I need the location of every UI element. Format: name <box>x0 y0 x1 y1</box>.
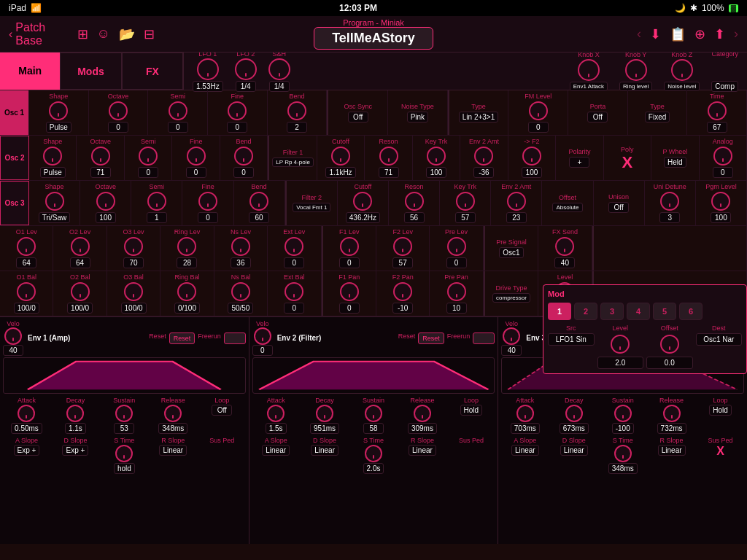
sah-knob[interactable] <box>268 58 290 80</box>
ext-bal-knob[interactable] <box>285 282 303 301</box>
env3-velo-knob[interactable] <box>503 327 520 345</box>
mod-dest-val[interactable]: Osc1 Nar <box>696 333 743 346</box>
lfo1-knob[interactable] <box>197 58 219 80</box>
osc1-shape-knob[interactable] <box>49 101 68 120</box>
mod-src-val[interactable]: LFO1 Sin <box>548 333 595 346</box>
env2-reset-btn[interactable]: Reset <box>418 332 444 344</box>
prev-icon[interactable]: ‹ <box>637 26 641 42</box>
env2-decay-knob[interactable] <box>316 405 333 422</box>
download-icon[interactable]: ⬇ <box>650 26 661 42</box>
mod-tab-6[interactable]: 6 <box>679 303 703 320</box>
env2-freerun-btn[interactable] <box>473 332 495 344</box>
pre-lev-knob[interactable] <box>447 237 466 256</box>
tab-mods[interactable]: Mods <box>60 52 121 90</box>
mod-level-knob[interactable] <box>611 335 630 354</box>
f2-keytrk-knob[interactable] <box>456 192 475 211</box>
mod-tab-1[interactable]: 1 <box>548 303 571 320</box>
next-icon[interactable]: › <box>734 26 738 42</box>
back-button[interactable]: ‹ Patch Base <box>9 21 66 47</box>
o1-lev-knob[interactable] <box>17 237 36 256</box>
f1-lev-knob[interactable] <box>340 237 359 256</box>
f2-cutoff-knob[interactable] <box>353 192 372 211</box>
mod-offset-knob[interactable] <box>660 335 679 354</box>
o2-lev-knob[interactable] <box>71 237 90 256</box>
osc1-bend-knob[interactable] <box>287 101 306 120</box>
env3-stime-knob[interactable] <box>614 445 632 462</box>
f1-cutoff-knob[interactable] <box>331 147 350 166</box>
osc1-semi-knob[interactable] <box>169 101 187 120</box>
fx-send-knob[interactable] <box>555 237 574 256</box>
osc2-fine-knob[interactable] <box>187 147 206 166</box>
f2-reson-knob[interactable] <box>405 192 424 211</box>
tab-main[interactable]: Main <box>0 52 60 90</box>
osc3-semi-knob[interactable] <box>147 192 166 211</box>
env1-stime-knob[interactable] <box>115 445 133 462</box>
compare-icon[interactable]: ⊟ <box>144 26 155 42</box>
f1-env2amt-knob[interactable] <box>474 147 493 166</box>
fm-level-knob[interactable] <box>529 101 548 120</box>
o2-bal-knob[interactable] <box>71 282 90 301</box>
env1-freerun-btn[interactable] <box>224 332 246 344</box>
analog-knob[interactable] <box>713 147 732 166</box>
osc2-semi-knob[interactable] <box>139 147 158 166</box>
save-icon[interactable]: 📂 <box>119 26 135 42</box>
env1-decay-knob[interactable] <box>66 405 84 422</box>
env1-sustain-knob[interactable] <box>115 405 133 422</box>
osc2-bend-knob[interactable] <box>234 147 253 166</box>
env1-reset-btn[interactable]: Reset <box>169 332 196 344</box>
env3-sustain-knob[interactable] <box>614 405 632 422</box>
env2-stime-knob[interactable] <box>365 445 382 462</box>
osc1-octave-knob[interactable] <box>109 101 128 120</box>
midi-icon[interactable]: ⊕ <box>694 26 705 42</box>
f1-pan-knob[interactable] <box>340 282 359 301</box>
o3-bal-knob[interactable] <box>124 282 143 301</box>
f1-reson-knob[interactable] <box>379 147 398 166</box>
ns-bal-knob[interactable] <box>231 282 250 301</box>
lfo2-knob[interactable] <box>235 58 257 80</box>
knobx-knob[interactable] <box>578 59 600 81</box>
mod-tab-3[interactable]: 3 <box>600 303 624 320</box>
osc2-shape-knob[interactable] <box>43 147 62 166</box>
env1-velo-knob[interactable] <box>4 327 22 345</box>
folder-icon[interactable]: ⊞ <box>77 26 88 42</box>
copy-icon[interactable]: 📋 <box>670 26 686 42</box>
pgm-level-knob[interactable] <box>711 192 730 211</box>
knoby-knob[interactable] <box>625 59 647 81</box>
export-icon[interactable]: ⬆ <box>714 26 725 42</box>
f1-keytrk-knob[interactable] <box>427 147 446 166</box>
pre-pan-knob[interactable] <box>447 282 466 301</box>
f2-lev-knob[interactable] <box>393 237 412 256</box>
env3-attack-knob[interactable] <box>516 405 534 422</box>
mod-tab-5[interactable]: 5 <box>653 303 676 320</box>
porta-time-knob[interactable] <box>708 101 727 120</box>
osc2-octave-knob[interactable] <box>91 147 110 166</box>
f2-pan-knob[interactable] <box>393 282 412 301</box>
osc3-shape-knob[interactable] <box>45 192 64 211</box>
f2-env2amt-knob[interactable] <box>507 192 526 211</box>
env1-attack-knob[interactable] <box>18 405 35 422</box>
env1-release-knob[interactable] <box>164 405 182 422</box>
face-icon[interactable]: ☺ <box>97 26 110 42</box>
env2-release-knob[interactable] <box>414 405 431 422</box>
env2-attack-knob[interactable] <box>267 405 285 422</box>
env2-sustain-knob[interactable] <box>365 405 382 422</box>
ring-lev-knob[interactable] <box>177 237 196 256</box>
osc3-fine-knob[interactable] <box>198 192 217 211</box>
env3-release-knob[interactable] <box>663 405 681 422</box>
o1-bal-knob[interactable] <box>17 282 36 301</box>
uni-detune-knob[interactable] <box>660 192 679 211</box>
mod-tab-2[interactable]: 2 <box>574 303 597 320</box>
mod-tab-4[interactable]: 4 <box>627 303 650 320</box>
knobz-knob[interactable] <box>671 59 693 81</box>
osc3-bend-knob[interactable] <box>249 192 268 211</box>
tab-fx[interactable]: FX <box>122 52 183 90</box>
env3-decay-knob[interactable] <box>565 405 583 422</box>
osc1-fine-knob[interactable] <box>228 101 247 120</box>
ext-lev-knob[interactable] <box>285 237 303 256</box>
ring-bal-knob[interactable] <box>177 282 196 301</box>
ns-lev-knob[interactable] <box>231 237 250 256</box>
f2-link-knob[interactable] <box>522 147 541 166</box>
o3-lev-knob[interactable] <box>124 237 143 256</box>
env2-velo-knob[interactable] <box>254 327 271 345</box>
osc3-octave-knob[interactable] <box>96 192 115 211</box>
